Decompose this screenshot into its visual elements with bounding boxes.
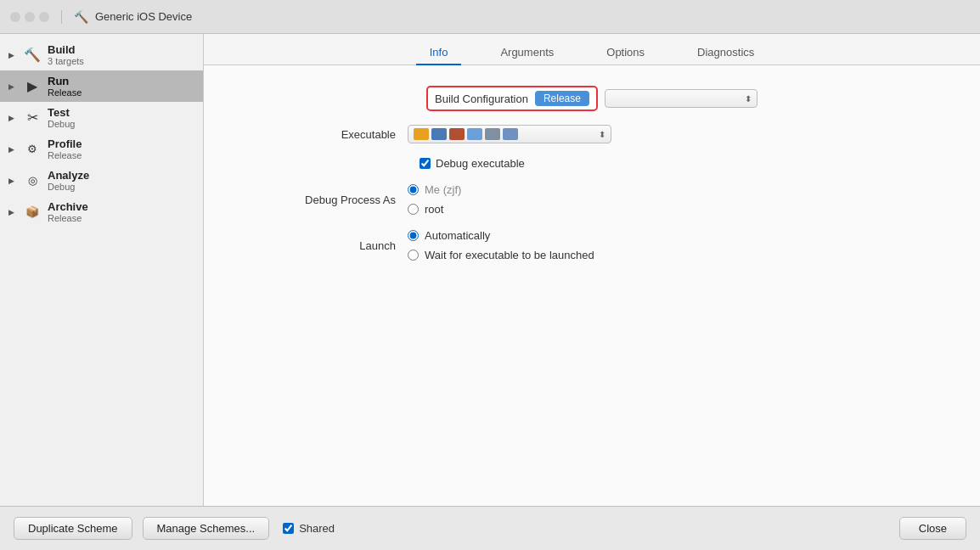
- device-title: Generic iOS Device: [95, 10, 192, 23]
- shared-area: Shared: [283, 522, 335, 535]
- archive-subtitle: Release: [48, 213, 88, 223]
- radio-root[interactable]: [408, 204, 419, 215]
- arrow-icon-test: ▶: [8, 114, 17, 122]
- build-config-label: Build Configuration: [435, 93, 528, 105]
- dropdown-arrow-exe: ⬍: [599, 130, 605, 139]
- build-text: Build 3 targets: [48, 43, 84, 66]
- radio-me-row: Me (zjf): [408, 183, 461, 196]
- profile-text: Profile Release: [48, 138, 82, 160]
- profile-name: Profile: [48, 138, 82, 150]
- hammer-icon: 🔨: [74, 10, 88, 24]
- profile-icon: ⚙: [24, 143, 41, 155]
- launch-control: Automatically Wait for executable to be …: [408, 229, 929, 261]
- test-name: Test: [48, 106, 75, 119]
- tab-info[interactable]: Info: [416, 41, 462, 65]
- analyze-subtitle: Debug: [48, 182, 89, 192]
- test-icon: ✂: [24, 109, 41, 126]
- build-name: Build: [48, 43, 84, 56]
- radio-wait-label: Wait for executable to be launched: [425, 249, 594, 261]
- debug-executable-checkbox[interactable]: [420, 158, 431, 169]
- radio-auto-label: Automatically: [425, 229, 490, 242]
- minimize-dot[interactable]: [25, 12, 35, 22]
- radio-wait[interactable]: [408, 250, 419, 261]
- shared-checkbox[interactable]: [283, 523, 294, 534]
- close-button[interactable]: Close: [899, 517, 966, 540]
- executable-dropdown[interactable]: ⬍: [408, 125, 611, 143]
- duplicate-scheme-button[interactable]: Duplicate Scheme: [14, 517, 132, 540]
- arrow-icon-profile: ▶: [8, 145, 17, 154]
- run-text: Run Release: [48, 75, 82, 98]
- debug-process-radios: Me (zjf) root: [408, 183, 461, 216]
- arrow-icon-archive: ▶: [8, 208, 17, 216]
- tab-diagnostics[interactable]: Diagnostics: [684, 41, 768, 65]
- radio-root-row: root: [408, 203, 461, 216]
- build-subtitle: 3 targets: [48, 56, 84, 66]
- debug-executable-label: Debug executable: [436, 157, 525, 170]
- tab-bar: Info Arguments Options Diagnostics: [204, 34, 980, 65]
- dropdown-arrow-build: ⬍: [745, 94, 752, 104]
- debug-process-control: Me (zjf) root: [408, 183, 929, 216]
- debug-process-label: Debug Process As: [255, 194, 408, 206]
- build-config-value: Release: [535, 91, 589, 106]
- sidebar-item-build[interactable]: ▶ 🔨 Build 3 targets: [0, 39, 203, 70]
- executable-label: Executable: [255, 128, 408, 141]
- analyze-text: Analyze Debug: [48, 169, 89, 192]
- manage-schemes-button[interactable]: Manage Schemes...: [143, 517, 270, 540]
- sidebar-item-test[interactable]: ▶ ✂ Test Debug: [0, 102, 203, 133]
- shared-label: Shared: [299, 522, 335, 535]
- run-name: Run: [48, 75, 82, 87]
- close-dot[interactable]: [10, 12, 20, 22]
- radio-wait-row: Wait for executable to be launched: [408, 249, 594, 261]
- executable-control: ⬍: [408, 125, 929, 143]
- radio-me[interactable]: [408, 184, 419, 195]
- sidebar-item-profile[interactable]: ▶ ⚙ Profile Release: [0, 133, 203, 165]
- test-subtitle: Debug: [48, 119, 75, 129]
- bottom-bar: Duplicate Scheme Manage Schemes... Share…: [0, 506, 980, 550]
- titlebar: 🔨 Generic iOS Device: [0, 0, 980, 34]
- profile-subtitle: Release: [48, 150, 82, 160]
- tab-options[interactable]: Options: [593, 41, 658, 65]
- tab-arguments[interactable]: Arguments: [487, 41, 567, 65]
- test-text: Test Debug: [48, 106, 75, 129]
- debug-executable-row: Debug executable: [255, 157, 929, 170]
- arrow-icon-build: ▶: [8, 51, 17, 59]
- run-subtitle: Release: [48, 87, 82, 98]
- build-configuration-row: Build Configuration Release ⬍: [255, 86, 929, 111]
- radio-auto-row: Automatically: [408, 229, 594, 242]
- build-config-dropdown[interactable]: ⬍: [605, 89, 758, 108]
- build-config-highlight: Build Configuration Release: [426, 86, 598, 111]
- maximize-dot[interactable]: [39, 12, 49, 22]
- build-icon: 🔨: [24, 47, 41, 63]
- sidebar: ▶ 🔨 Build 3 targets ▶ ▶ Run Release ▶ ✂ …: [0, 34, 204, 506]
- content-panel: Info Arguments Options Diagnostics Build…: [204, 34, 980, 506]
- sidebar-item-run[interactable]: ▶ ▶ Run Release: [0, 70, 203, 102]
- radio-automatically[interactable]: [408, 230, 419, 241]
- archive-name: Archive: [48, 200, 88, 213]
- titlebar-separator: [61, 10, 62, 24]
- analyze-icon: ◎: [24, 174, 41, 187]
- launch-row: Launch Automatically Wait for executable…: [255, 229, 929, 261]
- radio-me-label: Me (zjf): [425, 183, 461, 196]
- arrow-icon-analyze: ▶: [8, 177, 17, 185]
- settings-area: Build Configuration Release ⬍ Executable: [204, 65, 980, 506]
- radio-root-label: root: [425, 203, 443, 216]
- analyze-name: Analyze: [48, 169, 89, 182]
- launch-label: Launch: [255, 239, 408, 252]
- sidebar-item-archive[interactable]: ▶ 📦 Archive Release: [0, 196, 203, 227]
- window-controls: [10, 12, 49, 22]
- main-area: ▶ 🔨 Build 3 targets ▶ ▶ Run Release ▶ ✂ …: [0, 34, 980, 506]
- arrow-icon-run: ▶: [8, 82, 17, 91]
- archive-text: Archive Release: [48, 200, 88, 223]
- run-icon: ▶: [24, 78, 41, 94]
- executable-row: Executable ⬍: [255, 125, 929, 143]
- debug-process-row: Debug Process As Me (zjf) root: [255, 183, 929, 216]
- sidebar-item-analyze[interactable]: ▶ ◎ Analyze Debug: [0, 165, 203, 196]
- launch-radios: Automatically Wait for executable to be …: [408, 229, 594, 261]
- archive-icon: 📦: [24, 205, 41, 218]
